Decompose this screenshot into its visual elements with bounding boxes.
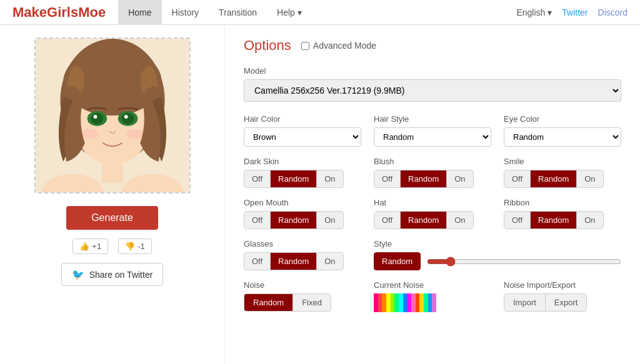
dark-skin-label: Dark Skin <box>244 157 361 166</box>
glasses-group: Glasses Off Random On <box>244 239 361 270</box>
noise-bar <box>416 293 420 312</box>
ribbon-toggle: Off Random On <box>504 211 604 229</box>
nav-transition[interactable]: Transition <box>209 0 267 25</box>
noise-bar <box>403 293 408 312</box>
smile-random[interactable]: Random <box>531 170 577 187</box>
svg-point-9 <box>93 115 97 119</box>
import-button[interactable]: Import <box>504 294 546 311</box>
noise-bar <box>419 293 424 312</box>
right-panel: Options Advanced Mode Model Camellia 256… <box>225 25 640 364</box>
logo[interactable]: MakeGirlsMoe <box>12 4 106 21</box>
hair-style-select[interactable]: Random Short Long <box>374 127 491 147</box>
hat-off[interactable]: Off <box>374 212 401 229</box>
downvote-button[interactable]: 👎 -1 <box>118 239 152 254</box>
upvote-button[interactable]: 👍 +1 <box>72 239 108 254</box>
style-slider[interactable] <box>427 257 621 267</box>
open-mouth-label: Open Mouth <box>244 198 361 207</box>
open-mouth-random[interactable]: Random <box>271 212 317 229</box>
main: Generate 👍 +1 👎 -1 🐦 Share on Twitter Op… <box>0 25 640 364</box>
noise-random-btn[interactable]: Random <box>244 294 293 311</box>
export-button[interactable]: Export <box>546 294 587 311</box>
noise-import-export-label: Noise Import/Export <box>504 280 621 290</box>
twitter-bird-icon: 🐦 <box>72 268 84 280</box>
eye-color-label: Eye Color <box>504 114 621 124</box>
blush-on[interactable]: On <box>447 170 472 187</box>
noise-toggle: Random Fixed <box>244 293 331 312</box>
generate-button[interactable]: Generate <box>66 206 158 230</box>
style-group: Style Random <box>374 239 621 270</box>
thumbs-up-icon: 👍 <box>79 242 89 251</box>
left-panel: Generate 👍 +1 👎 -1 🐦 Share on Twitter <box>0 25 225 364</box>
share-twitter-button[interactable]: 🐦 Share on Twitter <box>61 263 164 286</box>
hat-random[interactable]: Random <box>401 212 447 229</box>
nav-history[interactable]: History <box>162 0 209 25</box>
header: MakeGirlsMoe Home History Transition Hel… <box>0 0 640 25</box>
import-export-group: Import Export <box>504 293 587 312</box>
noise-bar <box>382 293 386 312</box>
noise-bar <box>428 293 432 312</box>
options-title: Options <box>244 37 291 54</box>
nav-right: English ▾ Twitter Discord <box>516 7 628 17</box>
ribbon-off[interactable]: Off <box>504 212 531 229</box>
hair-color-label: Hair Color <box>244 114 361 124</box>
nav-help[interactable]: Help ▾ <box>267 0 312 25</box>
open-mouth-group: Open Mouth Off Random On <box>244 198 361 229</box>
smile-toggle: Off Random On <box>504 170 604 188</box>
generated-image <box>36 37 189 194</box>
smile-label: Smile <box>504 157 621 166</box>
glasses-random[interactable]: Random <box>271 253 317 270</box>
noise-bar <box>399 293 403 312</box>
twitter-link[interactable]: Twitter <box>562 7 588 17</box>
svg-rect-4 <box>102 159 122 183</box>
nav-home[interactable]: Home <box>118 0 161 25</box>
eye-color-group: Eye Color Random Blue Green <box>504 114 621 147</box>
chevron-down-icon: ▾ <box>298 7 302 17</box>
hat-on[interactable]: On <box>447 212 472 229</box>
style-row: Random <box>374 252 621 270</box>
dark-skin-random[interactable]: Random <box>271 170 317 187</box>
eye-color-select[interactable]: Random Blue Green <box>504 127 621 147</box>
noise-bar <box>378 293 382 312</box>
open-mouth-off[interactable]: Off <box>244 212 271 229</box>
glasses-off[interactable]: Off <box>244 253 271 270</box>
noise-bar <box>432 293 436 312</box>
glasses-on[interactable]: On <box>317 253 342 270</box>
options-header: Options Advanced Mode <box>244 37 621 54</box>
style-random-btn[interactable]: Random <box>374 252 421 270</box>
hat-label: Hat <box>374 198 491 207</box>
glasses-label: Glasses <box>244 239 361 248</box>
svg-point-7 <box>91 113 103 124</box>
blush-random[interactable]: Random <box>401 170 447 187</box>
model-select[interactable]: Camellia 256x256 Ver.171219 (9.9MB) <box>244 79 621 102</box>
ribbon-on[interactable]: On <box>577 212 602 229</box>
advanced-mode-checkbox[interactable] <box>301 42 309 50</box>
hat-group: Hat Off Random On <box>374 198 491 229</box>
language-selector[interactable]: English ▾ <box>516 7 552 17</box>
discord-link[interactable]: Discord <box>598 7 628 17</box>
ribbon-random[interactable]: Random <box>531 212 577 229</box>
noise-group: Noise Random Fixed <box>244 280 361 312</box>
open-mouth-on[interactable]: On <box>317 212 342 229</box>
smile-on[interactable]: On <box>577 170 602 187</box>
options-grid: Hair Color Brown Random Blonde Black Hai… <box>244 114 621 312</box>
dark-skin-toggle: Off Random On <box>244 170 344 188</box>
noise-fixed-btn[interactable]: Fixed <box>293 294 331 311</box>
ribbon-group: Ribbon Off Random On <box>504 198 621 229</box>
current-noise-label: Current Noise <box>374 280 491 290</box>
dark-skin-on[interactable]: On <box>317 170 342 187</box>
svg-point-8 <box>121 113 134 124</box>
hair-color-select[interactable]: Brown Random Blonde Black <box>244 127 361 147</box>
advanced-mode-label[interactable]: Advanced Mode <box>301 41 376 51</box>
noise-bar <box>394 293 399 312</box>
current-noise-group: Current Noise <box>374 280 491 312</box>
vote-row: 👍 +1 👎 -1 <box>72 239 151 254</box>
blush-label: Blush <box>374 157 491 166</box>
hat-toggle: Off Random On <box>374 211 474 229</box>
current-noise-bars <box>374 293 436 312</box>
blush-off[interactable]: Off <box>374 170 401 187</box>
open-mouth-toggle: Off Random On <box>244 211 344 229</box>
smile-off[interactable]: Off <box>504 170 531 187</box>
noise-bar <box>386 293 391 312</box>
dark-skin-off[interactable]: Off <box>244 170 271 187</box>
hair-style-group: Hair Style Random Short Long <box>374 114 491 147</box>
